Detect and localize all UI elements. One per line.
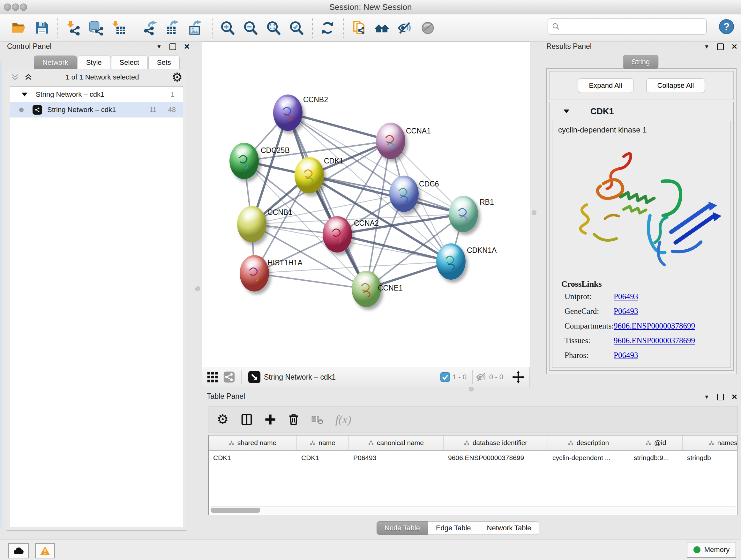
memory-button[interactable]: Memory xyxy=(687,542,736,558)
save-session-icon[interactable] xyxy=(32,18,51,38)
zoom-in-icon[interactable] xyxy=(218,18,236,38)
tab-network[interactable]: Network xyxy=(34,56,77,70)
import-network-icon[interactable] xyxy=(64,18,82,38)
column-header-name[interactable]: name xyxy=(297,435,349,450)
clear-table-icon[interactable] xyxy=(311,414,323,425)
import-table-icon[interactable] xyxy=(110,18,128,38)
bottom-splitter-handle[interactable] xyxy=(469,387,474,391)
search-bar[interactable] xyxy=(548,18,706,35)
network-node-cdc25b[interactable] xyxy=(229,143,259,179)
crosslink-label: GeneCard: xyxy=(564,307,599,316)
tab-edge-table[interactable]: Edge Table xyxy=(428,521,479,535)
detach-view-icon[interactable] xyxy=(248,371,261,383)
crosslink-link[interactable]: P06493 xyxy=(614,292,638,301)
export-image-icon[interactable] xyxy=(187,18,205,38)
network-node-rb1[interactable] xyxy=(449,196,478,232)
search-input[interactable] xyxy=(563,22,702,31)
grid-view-icon[interactable] xyxy=(207,371,218,383)
network-node-ccna1[interactable] xyxy=(376,123,405,159)
collapse-all-icon[interactable] xyxy=(10,73,19,81)
table-options-gear-icon[interactable]: ⚙ xyxy=(217,413,229,426)
help-icon[interactable]: ? xyxy=(719,19,734,35)
column-header-database-identifier[interactable]: database identifier xyxy=(444,435,548,450)
panel-close-icon[interactable]: ✕ xyxy=(731,393,738,401)
network-view-canvas[interactable]: CCNB2CCNA1CDC25BCDK1CDC6RB1CCNB1CCNA2CDK… xyxy=(202,42,530,367)
open-session-icon[interactable] xyxy=(10,18,27,38)
network-node-cdk1[interactable] xyxy=(294,157,324,193)
network-edge[interactable] xyxy=(337,234,451,261)
crosslink-link[interactable]: 9606.ENSP00000378699 xyxy=(614,321,695,330)
left-splitter-handle[interactable] xyxy=(195,287,200,291)
collection-expand-icon[interactable] xyxy=(22,92,27,97)
selected-checkbox-icon[interactable] xyxy=(441,372,450,382)
collapse-all-button[interactable]: Collapse All xyxy=(646,78,705,93)
network-node-ccnb1[interactable] xyxy=(237,206,266,242)
tab-style[interactable]: Style xyxy=(77,56,111,70)
delete-column-icon[interactable] xyxy=(288,414,299,426)
column-header-shared-name[interactable]: shared name xyxy=(209,435,297,450)
warnings-button[interactable] xyxy=(35,543,55,558)
table-row[interactable]: CDK1CDK1P064939606.ENSP00000378699cyclin… xyxy=(209,451,737,465)
cloud-button[interactable] xyxy=(8,543,29,558)
network-node-cdkn1a[interactable] xyxy=(436,243,466,280)
toggle-view-icon[interactable] xyxy=(419,18,436,38)
network-row[interactable]: String Network – cdk1 11 48 xyxy=(10,102,183,118)
panel-menu-icon[interactable]: ▼ xyxy=(156,44,162,50)
results-panel-window-icons: ▼ ✕ xyxy=(704,43,738,51)
table-toolbar: ⚙ f(x) xyxy=(208,406,738,433)
expand-all-button[interactable]: Expand All xyxy=(578,78,633,93)
column-header-namespace[interactable]: namespace xyxy=(683,435,738,450)
network-node-hist1h1a[interactable] xyxy=(240,255,269,292)
crosslink-link[interactable]: P06493 xyxy=(614,351,638,360)
crosslinks-heading: CrossLinks xyxy=(561,279,602,289)
zoom-selected-icon[interactable] xyxy=(287,18,305,38)
crosslink-label: Compartments: xyxy=(564,321,614,330)
scrollbar-thumb[interactable] xyxy=(211,508,260,513)
export-network-icon[interactable] xyxy=(141,18,159,38)
fit-content-crosshair-icon[interactable] xyxy=(512,370,525,384)
column-header-label: name xyxy=(319,439,335,447)
network-edge[interactable] xyxy=(254,273,366,289)
panel-float-icon[interactable] xyxy=(170,44,176,50)
new-network-from-selection-icon[interactable] xyxy=(350,18,367,38)
export-table-icon[interactable] xyxy=(164,18,182,38)
add-column-icon[interactable] xyxy=(265,414,276,425)
network-node-ccna2[interactable] xyxy=(323,216,352,253)
column-header--id[interactable]: @id xyxy=(629,435,683,450)
show-columns-icon[interactable] xyxy=(241,414,253,426)
network-node-ccne1[interactable] xyxy=(352,271,381,307)
crosslink-link[interactable]: 9606.ENSP00000378699 xyxy=(614,336,695,345)
panel-close-icon[interactable]: ✕ xyxy=(184,43,190,51)
panel-menu-icon[interactable]: ▼ xyxy=(704,44,710,50)
tab-string[interactable]: String xyxy=(623,55,658,69)
tab-network-table[interactable]: Network Table xyxy=(479,521,539,535)
show-hide-graphics-icon[interactable] xyxy=(396,18,414,38)
tab-node-table[interactable]: Node Table xyxy=(377,521,428,535)
first-neighbors-icon[interactable] xyxy=(373,18,391,38)
protein-collapse-icon[interactable] xyxy=(563,110,569,113)
panel-menu-icon[interactable]: ▼ xyxy=(704,394,710,400)
tab-select[interactable]: Select xyxy=(111,56,148,70)
panel-float-icon[interactable] xyxy=(717,44,724,50)
panel-close-icon[interactable]: ✕ xyxy=(731,43,738,51)
tab-sets[interactable]: Sets xyxy=(148,56,180,70)
hidden-eye-icon[interactable] xyxy=(476,372,487,382)
network-node-ccnb2[interactable] xyxy=(273,95,302,131)
expand-all-icon[interactable] xyxy=(24,73,33,81)
panel-float-icon[interactable] xyxy=(717,394,724,400)
function-builder-icon[interactable]: f(x) xyxy=(335,413,351,426)
network-node-cdc6[interactable] xyxy=(389,176,419,212)
table-horizontal-scrollbar[interactable] xyxy=(210,506,736,514)
refresh-icon[interactable] xyxy=(319,18,336,38)
string-view-icon[interactable] xyxy=(223,371,235,383)
right-splitter-handle[interactable] xyxy=(532,210,536,215)
network-collection-row[interactable]: String Network – cdk1 1 xyxy=(10,87,183,102)
column-header-description[interactable]: description xyxy=(548,435,629,450)
column-header-canonical-name[interactable]: canonical name xyxy=(349,435,444,450)
crosslink-link[interactable]: P06493 xyxy=(614,307,638,316)
network-options-gear-icon[interactable]: ⚙ xyxy=(172,71,183,83)
protein-header-row[interactable]: CDK1 xyxy=(549,102,733,121)
import-network-from-database-icon[interactable] xyxy=(87,18,105,38)
zoom-out-icon[interactable] xyxy=(241,18,259,38)
zoom-fit-icon[interactable] xyxy=(264,18,282,38)
